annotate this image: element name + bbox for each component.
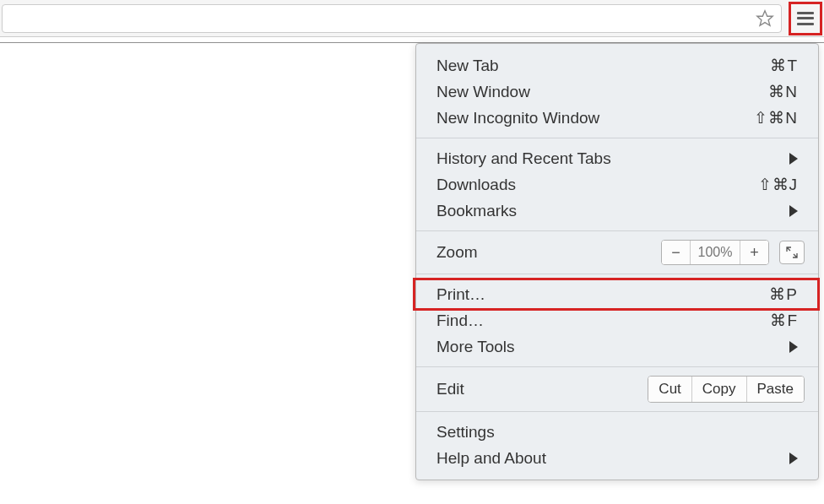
paste-button[interactable]: Paste [747, 377, 804, 402]
menu-item-more-tools[interactable]: More Tools [416, 333, 818, 360]
bookmark-star-icon[interactable] [756, 9, 774, 28]
menu-separator [416, 411, 818, 412]
zoom-label: Zoom [436, 243, 661, 262]
menu-separator [416, 230, 818, 231]
menu-item-label: New Window [436, 83, 739, 101]
menu-item-shortcut: ⌘N [739, 82, 798, 101]
edit-label: Edit [436, 380, 648, 398]
hamburger-icon [797, 12, 814, 25]
submenu-arrow-icon [789, 153, 798, 165]
menu-item-shortcut: ⌘P [739, 285, 798, 304]
menu-item-label: More Tools [436, 338, 781, 356]
copy-button[interactable]: Copy [692, 377, 747, 402]
zoom-level-value: 100% [691, 241, 740, 264]
submenu-arrow-icon [789, 205, 798, 217]
edit-buttons-group: Cut Copy Paste [648, 376, 805, 403]
menu-item-shortcut: ⌘F [739, 311, 798, 330]
menu-item-label: Print… [436, 285, 739, 304]
zoom-out-button[interactable]: − [662, 241, 691, 264]
menu-edit-row: Edit Cut Copy Paste [416, 372, 818, 406]
menu-zoom-row: Zoom − 100% + [416, 236, 818, 268]
fullscreen-icon [786, 247, 798, 258]
svg-marker-0 [757, 10, 772, 24]
browser-toolbar [0, 0, 824, 37]
menu-item-label: New Tab [436, 57, 739, 75]
menu-item-history[interactable]: History and Recent Tabs [416, 145, 818, 171]
menu-item-shortcut: ⇧⌘N [739, 108, 798, 127]
menu-item-label: New Incognito Window [436, 109, 739, 127]
menu-item-label: Downloads [436, 176, 739, 194]
menu-item-downloads[interactable]: Downloads ⇧⌘J [416, 171, 818, 198]
menu-item-new-incognito[interactable]: New Incognito Window ⇧⌘N [416, 105, 818, 131]
main-menu-dropdown: New Tab ⌘T New Window ⌘N New Incognito W… [415, 43, 819, 480]
menu-item-print[interactable]: Print… ⌘P [416, 281, 818, 307]
menu-item-label: Bookmarks [436, 202, 781, 220]
menu-item-find[interactable]: Find… ⌘F [416, 307, 818, 333]
menu-item-label: Settings [436, 423, 798, 442]
menu-item-label: Find… [436, 312, 739, 330]
menu-item-new-window[interactable]: New Window ⌘N [416, 79, 818, 105]
address-bar[interactable] [2, 4, 782, 33]
zoom-in-button[interactable]: + [740, 241, 768, 264]
menu-item-settings[interactable]: Settings [416, 419, 818, 445]
menu-item-help[interactable]: Help and About [416, 445, 818, 471]
submenu-arrow-icon [789, 453, 798, 464]
menu-item-bookmarks[interactable]: Bookmarks [416, 198, 818, 224]
menu-item-new-tab[interactable]: New Tab ⌘T [416, 52, 818, 79]
menu-separator [416, 366, 818, 367]
cut-button[interactable]: Cut [648, 377, 691, 402]
menu-separator [416, 138, 818, 138]
menu-separator [416, 274, 818, 274]
submenu-arrow-icon [789, 341, 798, 353]
fullscreen-button[interactable] [779, 241, 805, 264]
menu-item-shortcut: ⌘T [739, 56, 798, 75]
menu-item-label: Help and About [436, 449, 781, 468]
main-menu-button[interactable] [789, 2, 822, 35]
zoom-controls-group: − 100% + [661, 240, 769, 265]
menu-item-label: History and Recent Tabs [436, 149, 781, 168]
menu-item-shortcut: ⇧⌘J [739, 175, 798, 194]
